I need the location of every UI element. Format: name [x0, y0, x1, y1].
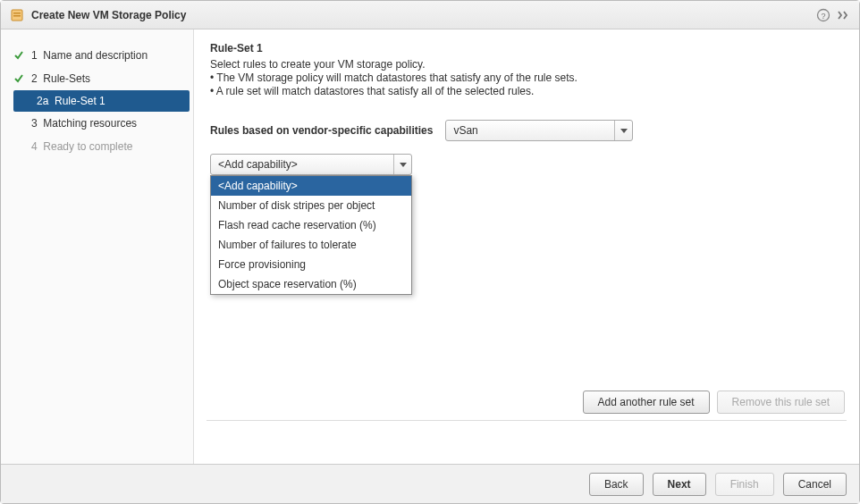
step-label: Rule-Sets — [43, 72, 90, 85]
step-num: 1 — [31, 49, 38, 62]
desc-line-1: Select rules to create your VM storage p… — [210, 58, 843, 71]
svg-text:?: ? — [821, 11, 825, 20]
vendor-row: Rules based on vendor-specific capabilit… — [210, 120, 843, 141]
substep-rule-set-1[interactable]: 2a Rule-Set 1 — [13, 90, 190, 112]
step-num: 4 — [31, 140, 38, 153]
substep-label: Rule-Set 1 — [55, 95, 105, 107]
capability-selected-value: <Add capability> — [218, 158, 298, 171]
back-button[interactable]: Back — [589, 473, 644, 496]
step-label: Name and description — [43, 49, 148, 62]
steps-sidebar: 1 Name and description 2 Rule-Sets 2a Ru… — [1, 29, 194, 464]
step-num: 3 — [31, 117, 38, 130]
capability-dropdown: <Add capability> Number of disk stripes … — [210, 175, 412, 295]
policy-icon — [10, 8, 24, 22]
cancel-button[interactable]: Cancel — [783, 473, 847, 496]
step-ready-to-complete: 4 Ready to complete — [1, 135, 193, 158]
chevron-down-icon — [614, 121, 632, 140]
next-button[interactable]: Next — [653, 473, 706, 496]
step-rule-sets[interactable]: 2 Rule-Sets — [1, 67, 193, 90]
capability-option-flash-reservation[interactable]: Flash read cache reservation (%) — [211, 215, 411, 235]
capability-option-disk-stripes[interactable]: Number of disk stripes per object — [211, 196, 411, 215]
step-num: 2 — [31, 72, 38, 85]
substep-num: 2a — [37, 95, 48, 107]
check-icon — [13, 73, 26, 84]
ruleset-footer: Add another rule set Remove this rule se… — [583, 391, 845, 414]
capability-option-force-provisioning[interactable]: Force provisioning — [211, 255, 411, 274]
svg-rect-2 — [13, 15, 21, 17]
step-label: Ready to complete — [43, 140, 132, 153]
step-name-description[interactable]: 1 Name and description — [1, 44, 193, 67]
collapse-icon[interactable] — [836, 8, 850, 22]
dialog-window: Create New VM Storage Policy ? 1 Name an… — [0, 0, 860, 504]
desc-line-3: • A rule set will match datastores that … — [210, 85, 843, 97]
add-ruleset-button[interactable]: Add another rule set — [583, 391, 710, 414]
svg-rect-1 — [13, 13, 21, 14]
bottombar: Back Next Finish Cancel — [1, 464, 859, 503]
capability-option-placeholder[interactable]: <Add capability> — [211, 176, 411, 196]
vendor-label: Rules based on vendor-specific capabilit… — [210, 124, 433, 137]
ruleset-footer-separator — [207, 420, 847, 421]
window-title: Create New VM Storage Policy — [31, 9, 811, 21]
check-icon — [13, 50, 26, 61]
finish-button: Finish — [715, 473, 774, 496]
capability-block: <Add capability> <Add capability> Number… — [210, 154, 843, 175]
help-icon[interactable]: ? — [816, 8, 830, 22]
ruleset-title: Rule-Set 1 — [210, 42, 843, 55]
step-matching-resources[interactable]: 3 Matching resources — [1, 112, 193, 135]
titlebar: Create New VM Storage Policy ? — [1, 1, 859, 29]
vendor-select[interactable]: vSan — [445, 120, 633, 141]
chevron-down-icon — [393, 155, 411, 174]
capability-option-space-reservation[interactable]: Object space reservation (%) — [211, 274, 411, 294]
main-panel: Rule-Set 1 Select rules to create your V… — [194, 29, 859, 464]
dialog-body: 1 Name and description 2 Rule-Sets 2a Ru… — [1, 29, 859, 464]
remove-ruleset-button: Remove this rule set — [717, 391, 845, 414]
vendor-selected-value: vSan — [453, 124, 477, 137]
desc-line-2: • The VM storage policy will match datas… — [210, 71, 843, 84]
capability-option-failures-tolerate[interactable]: Number of failures to tolerate — [211, 235, 411, 255]
capability-select[interactable]: <Add capability> — [210, 154, 412, 175]
step-label: Matching resources — [43, 117, 137, 130]
